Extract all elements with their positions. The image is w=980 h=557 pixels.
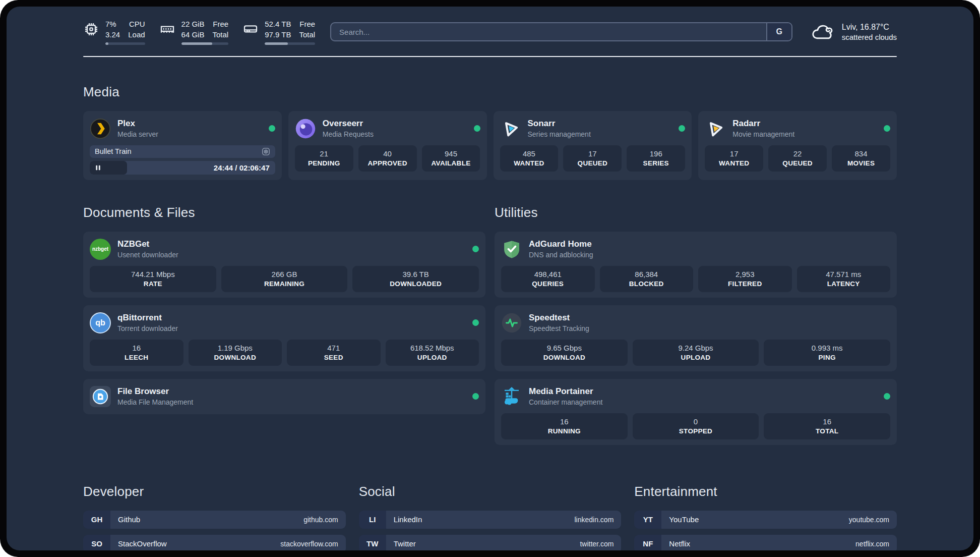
disk-stat: 52.4 TB97.9 TB FreeTotal: [242, 19, 315, 45]
portainer-icon: [501, 386, 522, 407]
stat-wanted: 485WANTED: [500, 145, 559, 172]
stat-downloaded: 39.6 TBDOWNLOADED: [352, 266, 479, 292]
stat-pending: 21PENDING: [295, 145, 353, 172]
playback-time: 24:44 / 02:06:47: [214, 163, 275, 172]
link-abbr: SO: [83, 535, 110, 550]
app-desc: Movie management: [732, 130, 794, 138]
stat-download: 1.19 GbpsDOWNLOAD: [189, 340, 282, 366]
link-abbr: TW: [359, 535, 386, 550]
link-netflix[interactable]: NF Netflixnetflix.com: [634, 535, 897, 550]
stat-rate: 744.21 MbpsRATE: [90, 266, 216, 292]
app-desc: DNS and adblocking: [529, 251, 593, 259]
stat-available: 945AVAILABLE: [422, 145, 480, 172]
app-card-plex[interactable]: Plex Media server Bullet Train 24:44 / 0…: [83, 111, 282, 180]
system-stats: 7%3.24 CPULoad 22 GiB64 GiB: [83, 19, 315, 45]
status-online-dot: [269, 125, 275, 132]
link-linkedin[interactable]: LI LinkedInlinkedin.com: [359, 511, 622, 529]
status-online-dot: [679, 125, 685, 132]
app-desc: Usenet downloader: [117, 251, 178, 259]
stat-ping: 0.993 msPING: [764, 340, 890, 366]
link-abbr: YT: [634, 511, 661, 529]
developer-section: Developer GH Githubgithub.com SO StackOv…: [83, 473, 346, 550]
stat-approved: 40APPROVED: [358, 145, 417, 172]
app-card-sonarr[interactable]: Sonarr Series management 485WANTED 17QUE…: [494, 111, 692, 180]
app-desc: Speedtest Tracking: [529, 324, 589, 332]
ram-total-label: Total: [212, 29, 228, 40]
window-frame: 7%3.24 CPULoad 22 GiB64 GiB: [0, 0, 980, 557]
cpu-load-label: Load: [128, 29, 145, 40]
stat-queries: 498,461QUERIES: [501, 266, 595, 292]
section-title-entertainment: Entertainment: [634, 484, 897, 499]
session-camera-icon: [262, 147, 270, 156]
disk-icon: [242, 21, 259, 37]
app-card-portainer[interactable]: Media Portainer Container management 16R…: [495, 379, 897, 445]
now-playing-bar: Bullet Train: [90, 145, 275, 158]
stat-blocked: 86,384BLOCKED: [600, 266, 694, 292]
weather-widget: Lviv, 16.87°C scattered clouds: [811, 23, 897, 41]
search-engine-button[interactable]: G: [766, 23, 791, 40]
disk-free: 52.4 TB: [265, 19, 291, 29]
top-bar: 7%3.24 CPULoad 22 GiB64 GiB: [83, 19, 897, 45]
link-abbr: LI: [359, 511, 386, 529]
app-name: Speedtest: [529, 313, 589, 323]
ram-total: 64 GiB: [181, 29, 205, 40]
app-name: Plex: [117, 119, 158, 129]
app-card-qbittorrent[interactable]: qb qBittorrent Torrent downloader 16LEEC…: [83, 305, 485, 371]
disk-total-label: Total: [299, 29, 315, 40]
cpu-icon: [83, 21, 99, 37]
link-abbr: NF: [634, 535, 661, 550]
memory-icon: [159, 21, 175, 37]
disk-total: 97.9 TB: [265, 29, 291, 40]
app-card-nzbget[interactable]: nzbget NZBGet Usenet downloader 744.21 M…: [83, 232, 485, 298]
playback-progress-bar[interactable]: 24:44 / 02:06:47: [90, 161, 275, 175]
status-online-dot: [884, 125, 890, 132]
app-card-filebrowser[interactable]: File Browser Media File Management: [83, 379, 485, 414]
app-card-speedtest[interactable]: Speedtest Speedtest Tracking 9.65 GbpsDO…: [495, 305, 897, 371]
stat-remaining: 266 GBREMAINING: [221, 266, 348, 292]
app-desc: Container management: [529, 398, 602, 406]
link-youtube[interactable]: YT YouTubeyoutube.com: [634, 511, 897, 529]
speedtest-icon: [501, 312, 522, 333]
stat-series: 196SERIES: [627, 145, 685, 172]
section-title-social: Social: [359, 484, 622, 499]
section-title-developer: Developer: [83, 484, 346, 499]
disk-free-label: Free: [299, 19, 315, 29]
link-url: linkedin.com: [575, 516, 614, 524]
app-card-radarr[interactable]: Radarr Movie management 17WANTED 22QUEUE…: [698, 111, 897, 180]
app-desc: Media File Management: [117, 398, 193, 406]
link-github[interactable]: GH Githubgithub.com: [83, 511, 346, 529]
app-name: qBittorrent: [117, 313, 178, 323]
app-desc: Media server: [117, 130, 158, 138]
stat-total: 16TOTAL: [764, 413, 890, 439]
link-twitter[interactable]: TW Twittertwitter.com: [359, 535, 622, 550]
link-name: Github: [118, 515, 140, 524]
dashboard-background: 7%3.24 CPULoad 22 GiB64 GiB: [7, 7, 973, 550]
disk-progress-bar: [265, 42, 315, 45]
app-name: AdGuard Home: [529, 239, 593, 249]
link-name: LinkedIn: [394, 515, 422, 524]
plex-icon: [90, 118, 111, 139]
social-section: Social LI LinkedInlinkedin.com TW Twitte…: [359, 473, 622, 550]
pause-icon: [95, 164, 101, 171]
status-online-dot: [472, 246, 479, 252]
now-playing-title: Bullet Train: [95, 147, 132, 155]
stat-seed: 471SEED: [287, 340, 381, 366]
section-title-utilities: Utilities: [495, 205, 897, 220]
link-stackoverflow[interactable]: SO StackOverflowstackoverflow.com: [83, 535, 346, 550]
stat-upload: 618.52 MbpsUPLOAD: [386, 340, 479, 366]
search-input[interactable]: [331, 23, 766, 40]
app-card-adguard[interactable]: AdGuard Home DNS and adblocking 498,461Q…: [495, 232, 897, 298]
app-card-overseerr[interactable]: Overseerr Media Requests 21PENDING 40APP…: [288, 111, 487, 180]
app-name: File Browser: [117, 386, 193, 397]
stat-leech: 16LEECH: [90, 340, 183, 366]
link-name: Twitter: [394, 539, 416, 548]
cpu-label: CPU: [128, 19, 145, 29]
stat-latency: 47.571 msLATENCY: [797, 266, 891, 292]
stat-stopped: 0STOPPED: [633, 413, 759, 439]
link-name: StackOverflow: [118, 539, 167, 548]
stat-wanted: 17WANTED: [705, 145, 763, 172]
link-name: YouTube: [669, 515, 699, 524]
memory-progress-bar: [181, 42, 229, 45]
stat-upload: 9.24 GbpsUPLOAD: [633, 340, 759, 366]
cloud-icon: [811, 23, 835, 41]
